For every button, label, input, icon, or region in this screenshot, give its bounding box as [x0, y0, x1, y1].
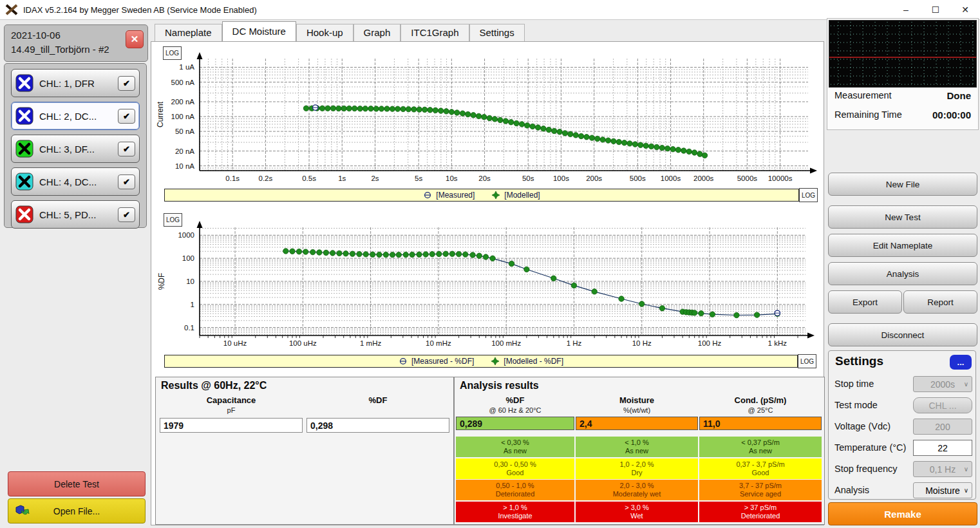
remake-button[interactable]: Remake [828, 502, 977, 525]
measurement-status-row: Measurement Done [834, 90, 971, 101]
tab-nameplate[interactable]: Nameplate [155, 24, 222, 41]
legend-item-1: [Measured] [423, 191, 475, 200]
new-test-button[interactable]: New Test [828, 205, 977, 229]
capacitance-unit: pF [227, 406, 236, 414]
app-logo-icon [5, 4, 18, 15]
settings-label-5: Stop frequency [834, 464, 898, 474]
channel-4-checkbox[interactable]: ✔ [118, 174, 135, 189]
disconnect-button[interactable]: Disconnect [828, 323, 977, 346]
minimize-button[interactable]: – [891, 0, 921, 19]
log-scale-button-df-x[interactable]: LOG [798, 354, 816, 368]
svg-text:20 nA: 20 nA [175, 147, 194, 155]
svg-text:50s: 50s [522, 174, 534, 182]
tab-settings[interactable]: Settings [469, 24, 525, 41]
tab-bar: NameplateDC MoistureHook-upGraphITC1Grap… [155, 23, 525, 41]
delete-test-button[interactable]: Delete Test [8, 471, 146, 496]
session-close-icon[interactable]: ✕ [126, 30, 144, 48]
svg-text:100 nA: 100 nA [171, 113, 195, 120]
legend-label: [Measured] [436, 191, 475, 200]
svg-text:1000s: 1000s [661, 174, 681, 182]
svg-text:10 uHz: 10 uHz [223, 339, 247, 347]
channel-3-label: CHL: 3, DF... [39, 144, 118, 155]
svg-text:1: 1 [191, 301, 194, 308]
capacitance-value: 1979 [160, 418, 303, 433]
channel-5-checkbox[interactable]: ✔ [118, 207, 135, 222]
analysis-rating-3-3: 3,7 - 37 pS/mService aged [699, 480, 822, 500]
svg-text:10 nA: 10 nA [175, 162, 194, 170]
svg-text:5s: 5s [415, 174, 422, 182]
channel-3-x-icon [15, 140, 33, 158]
channel-item-4[interactable]: CHL: 4, DC...✔ [11, 167, 140, 196]
maximize-button[interactable]: ☐ [921, 0, 950, 19]
analysis-rating-2-3: 0,37 - 3,7 pS/mGood [699, 458, 822, 479]
svg-text:1 kHz: 1 kHz [768, 339, 787, 347]
edit-nameplate-button[interactable]: Edit Nameplate [828, 234, 977, 257]
svg-text:100s: 100s [553, 174, 569, 182]
analysis-rating-4-1: > 1,0 %Investigate [456, 502, 574, 522]
settings-label-1: Stop time [834, 379, 874, 389]
settings-row-stop-time: Stop time2000s∨ [829, 374, 977, 395]
session-name: 14.49_till_Torbjörn - #2 [11, 42, 109, 57]
svg-text:50 nA: 50 nA [175, 127, 194, 135]
channel-3-checkbox[interactable]: ✔ [118, 142, 135, 156]
settings-label-4: Temperature (°C) [834, 442, 906, 453]
export-button[interactable]: Export [828, 290, 902, 314]
channel-item-3[interactable]: CHL: 3, DF...✔ [11, 135, 140, 163]
analysis-value-3: 11,0 [699, 417, 822, 430]
channel-1-checkbox[interactable]: ✔ [118, 76, 135, 91]
analysis-rating-2-1: 0,30 - 0,50 %Good [456, 458, 574, 479]
channel-2-checkbox[interactable]: ✔ [118, 109, 135, 124]
settings-control-analysis[interactable]: Moisture∨ [913, 482, 972, 498]
modelled-marker-icon [491, 191, 500, 200]
log-scale-button-current-x[interactable]: LOG [799, 188, 818, 202]
modelled-marker-icon [491, 357, 500, 366]
tab-hook-up[interactable]: Hook-up [296, 24, 353, 41]
svg-text:10s: 10s [446, 174, 458, 182]
settings-row-stop-frequency: Stop frequency0,1 Hz∨ [829, 459, 977, 480]
results-title: Results @ 60Hz, 22°C [161, 380, 267, 391]
svg-text:1s: 1s [338, 174, 346, 182]
svg-text:Current: Current [156, 101, 165, 127]
svg-text:10: 10 [186, 278, 194, 285]
analysis-panel: Analysis results %DF@ 60 Hz & 20°C0,289M… [454, 377, 825, 525]
svg-text:200s: 200s [586, 174, 602, 182]
analysis-rating-1-3: < 0,37 pS/mAs new [699, 437, 822, 457]
tab-graph[interactable]: Graph [353, 24, 401, 41]
channel-2-x-icon [15, 107, 33, 125]
svg-text:1 mHz: 1 mHz [360, 339, 381, 347]
scope-display [829, 20, 977, 88]
settings-menu-button[interactable]: ... [950, 355, 972, 370]
open-file-button[interactable]: Open File... [8, 498, 146, 523]
settings-panel: Settings ... Stop time2000s∨Test modeCHL… [828, 350, 976, 500]
tab-dc-moisture[interactable]: DC Moisture [222, 21, 296, 41]
svg-text:500s: 500s [630, 174, 646, 182]
analysis-col-header-2: Moisture%(wt/wt) [576, 395, 698, 415]
svg-text:0.1: 0.1 [184, 324, 194, 332]
remaining-time-value: 00:00:00 [932, 109, 971, 120]
remaining-time-label: Remaining Time [834, 109, 902, 120]
df-value: 0,298 [306, 418, 449, 433]
sidebar: 2021-10-06 14.49_till_Torbjörn - #2 ✕ CH… [4, 23, 148, 524]
channel-item-2[interactable]: CHL: 2, DC...✔ [11, 102, 140, 130]
close-button[interactable]: ✕ [950, 0, 980, 19]
channel-item-5[interactable]: CHL: 5, PD...✔ [11, 200, 140, 229]
analysis-button[interactable]: Analysis [828, 262, 977, 285]
chevron-down-icon: ∨ [964, 381, 968, 388]
measured-marker-icon [399, 357, 408, 366]
channel-item-1[interactable]: CHL: 1, DFR✔ [11, 69, 140, 97]
settings-label-6: Analysis [834, 485, 869, 495]
new-file-button[interactable]: New File [828, 173, 977, 196]
capacitance-header: Capacitance pF [160, 395, 303, 415]
tab-itc1graph[interactable]: ITC1Graph [400, 24, 469, 41]
report-button[interactable]: Report [903, 290, 977, 314]
settings-control-test-mode: CHL ... [913, 397, 972, 413]
measurement-value: Done [947, 90, 972, 101]
open-file-icon [15, 504, 30, 518]
svg-text:200 nA: 200 nA [171, 98, 195, 106]
settings-row-analysis: AnalysisMoisture∨ [829, 480, 977, 502]
settings-control-temperature-c-[interactable]: 22 [913, 440, 972, 456]
legend-item-2: [Modelled - %DF] [491, 357, 563, 366]
settings-row-temperature-c-: Temperature (°C)22 [829, 438, 977, 459]
channel-1-label: CHL: 1, DFR [39, 78, 118, 89]
svg-text:1 Hz: 1 Hz [567, 339, 582, 347]
